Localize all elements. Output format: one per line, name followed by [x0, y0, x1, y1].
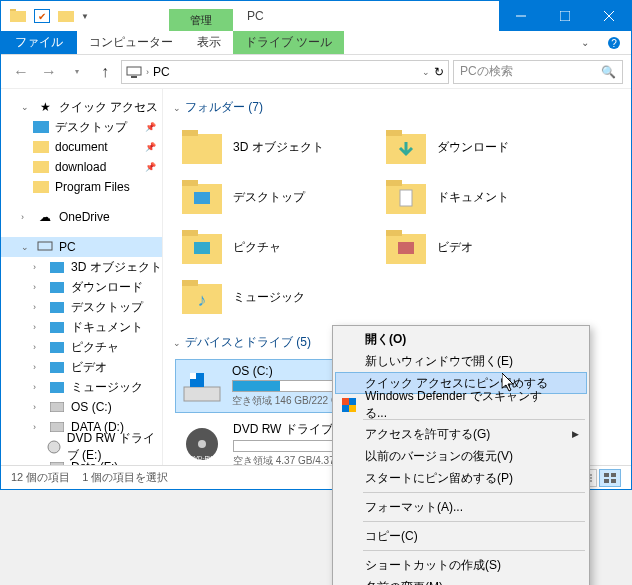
close-button[interactable]	[587, 1, 631, 31]
svg-rect-4	[560, 11, 570, 21]
svg-rect-40	[194, 242, 210, 254]
sidebar-quick-access[interactable]: ⌄★クイック アクセス	[1, 97, 162, 117]
menu-restore-versions[interactable]: 以前のバージョンの復元(V)	[335, 445, 587, 467]
submenu-arrow-icon: ▶	[572, 429, 579, 439]
minimize-button[interactable]	[499, 1, 543, 31]
forward-button[interactable]: →	[37, 60, 61, 84]
sidebar-os-c[interactable]: ›OS (C:)	[1, 397, 162, 417]
search-placeholder: PCの検索	[460, 63, 513, 80]
folder-pictures[interactable]: ピクチャ	[175, 224, 379, 270]
menu-rename[interactable]: 名前の変更(M)	[335, 576, 587, 585]
refresh-icon[interactable]: ↻	[434, 65, 444, 79]
navigation-pane: ⌄★クイック アクセス デスクトップ📌 document📌 download📌 …	[1, 89, 163, 465]
back-button[interactable]: ←	[9, 60, 33, 84]
pin-icon: 📌	[145, 122, 156, 132]
breadcrumb-location[interactable]: PC	[153, 65, 170, 79]
address-bar[interactable]: › PC ⌄ ↻	[121, 60, 449, 84]
svg-rect-34	[194, 192, 210, 204]
svg-rect-2	[58, 11, 74, 22]
context-menu: 開く(O) 新しいウィンドウで開く(E) クイック アクセスにピン留めする Wi…	[332, 325, 590, 585]
svg-rect-15	[38, 242, 52, 250]
ribbon-tabs: ファイル コンピューター 表示 ドライブ ツール ⌄ ?	[1, 31, 631, 55]
svg-rect-1	[10, 11, 26, 22]
sidebar-videos[interactable]: ›ビデオ	[1, 357, 162, 377]
folder-documents[interactable]: ドキュメント	[379, 174, 583, 220]
sidebar-documents[interactable]: ›ドキュメント	[1, 317, 162, 337]
up-button[interactable]: ↑	[93, 60, 117, 84]
sidebar-pictures[interactable]: ›ピクチャ	[1, 337, 162, 357]
folder-music[interactable]: ♪ミュージック	[175, 274, 379, 320]
maximize-button[interactable]	[543, 1, 587, 31]
menu-defender-scan[interactable]: Windows Defender でスキャンする...	[335, 394, 587, 416]
sidebar-dvd-e[interactable]: DVD RW ドライブ (E:)	[1, 437, 162, 457]
folder-icon	[33, 160, 49, 174]
computer-tab[interactable]: コンピューター	[77, 31, 185, 54]
titlebar: ✔ ▼ 管理 PC	[1, 1, 631, 31]
svg-rect-59	[604, 479, 609, 483]
svg-rect-16	[50, 262, 64, 273]
qat-dropdown-icon[interactable]: ▼	[81, 12, 89, 21]
pc-icon	[37, 240, 53, 254]
address-dropdown-icon[interactable]: ⌄	[422, 67, 430, 77]
drive-icon	[49, 420, 65, 434]
folder-downloads[interactable]: ダウンロード	[379, 124, 583, 170]
contextual-tab-label: 管理	[169, 9, 233, 31]
cursor-icon	[502, 373, 518, 393]
sidebar-music[interactable]: ›ミュージック	[1, 377, 162, 397]
svg-rect-63	[349, 405, 356, 412]
ribbon-collapse-icon[interactable]: ⌄	[573, 31, 597, 54]
pin-icon: 📌	[145, 162, 156, 172]
properties-checkbox-icon[interactable]: ✔	[31, 5, 53, 27]
svg-rect-60	[611, 479, 616, 483]
menu-open[interactable]: 開く(O)	[335, 328, 587, 350]
breadcrumb-chevron-icon[interactable]: ›	[146, 67, 149, 77]
address-bar-row: ← → ▾ ↑ › PC ⌄ ↻ PCの検索 🔍	[1, 55, 631, 89]
svg-rect-19	[50, 322, 64, 333]
svg-rect-9	[127, 67, 141, 75]
sidebar-desktop[interactable]: デスクトップ📌	[1, 117, 162, 137]
disc-icon	[47, 440, 61, 454]
recent-dropdown-icon[interactable]: ▾	[65, 60, 89, 84]
search-input[interactable]: PCの検索 🔍	[453, 60, 623, 84]
sidebar-3d-objects[interactable]: ›3D オブジェクト	[1, 257, 162, 277]
folder-videos[interactable]: ビデオ	[379, 224, 583, 270]
file-tab[interactable]: ファイル	[1, 31, 77, 54]
svg-rect-43	[398, 242, 414, 254]
menu-format[interactable]: フォーマット(A)...	[335, 496, 587, 518]
svg-rect-14	[33, 181, 49, 193]
menu-pin-start[interactable]: スタートにピン留めする(P)	[335, 467, 587, 489]
folder-desktop[interactable]: デスクトップ	[175, 174, 379, 220]
menu-open-new-window[interactable]: 新しいウィンドウで開く(E)	[335, 350, 587, 372]
folder-icon	[385, 226, 427, 268]
new-folder-icon[interactable]	[55, 5, 77, 27]
menu-separator	[363, 550, 585, 551]
svg-rect-42	[386, 230, 402, 236]
folder-icon: ♪	[181, 276, 223, 318]
svg-point-51	[198, 440, 206, 448]
sidebar-pc[interactable]: ⌄PC	[1, 237, 162, 257]
help-icon[interactable]: ?	[597, 31, 631, 54]
sidebar-program-files[interactable]: Program Files	[1, 177, 162, 197]
sidebar-onedrive[interactable]: ›☁OneDrive	[1, 207, 162, 227]
svg-rect-28	[182, 134, 222, 164]
pin-icon: 📌	[145, 142, 156, 152]
sidebar-desktop2[interactable]: ›デスクトップ	[1, 297, 162, 317]
svg-rect-45	[182, 280, 198, 286]
tiles-view-button[interactable]	[599, 469, 621, 487]
drive-tools-tab[interactable]: ドライブ ツール	[233, 31, 344, 54]
folder-icon	[49, 320, 65, 334]
menu-create-shortcut[interactable]: ショートカットの作成(S)	[335, 554, 587, 576]
menu-give-access[interactable]: アクセスを許可する(G)▶	[335, 423, 587, 445]
svg-rect-39	[182, 230, 198, 236]
sidebar-downloads[interactable]: ›ダウンロード	[1, 277, 162, 297]
explorer-icon[interactable]	[7, 5, 29, 27]
cloud-icon: ☁	[37, 210, 53, 224]
view-tab[interactable]: 表示	[185, 31, 233, 54]
folder-3d-objects[interactable]: 3D オブジェクト	[175, 124, 379, 170]
svg-rect-13	[33, 161, 49, 173]
sidebar-document[interactable]: document📌	[1, 137, 162, 157]
folders-group-header[interactable]: ⌄フォルダー (7)	[163, 97, 631, 118]
menu-copy[interactable]: コピー(C)	[335, 525, 587, 547]
svg-rect-37	[400, 190, 412, 206]
sidebar-download[interactable]: download📌	[1, 157, 162, 177]
